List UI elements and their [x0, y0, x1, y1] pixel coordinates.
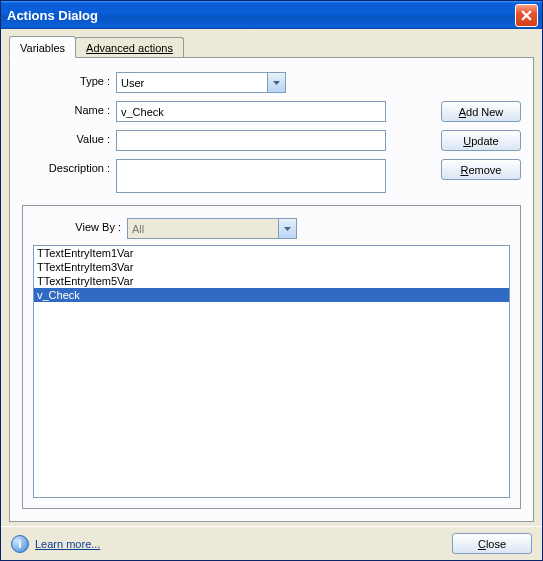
- remove-button[interactable]: Remove: [441, 159, 521, 180]
- type-select-value: User: [117, 77, 267, 89]
- tab-advanced-actions[interactable]: Advanced actions: [75, 37, 184, 57]
- list-item[interactable]: v_Check: [34, 288, 509, 302]
- info-icon: i: [11, 535, 29, 553]
- tab-advanced-label: Advanced actions: [86, 42, 173, 54]
- variable-list-panel: View By : All TTextEntryItem1VarTTextEnt…: [22, 205, 521, 509]
- viewby-value: All: [128, 223, 278, 235]
- tab-variables-label: Variables: [20, 42, 65, 54]
- list-item[interactable]: TTextEntryItem3Var: [34, 260, 509, 274]
- viewby-select[interactable]: All: [127, 218, 297, 239]
- close-icon[interactable]: [515, 4, 538, 27]
- learn-more-link[interactable]: Learn more...: [35, 538, 100, 550]
- row-viewby: View By : All: [33, 218, 510, 239]
- title-bar: Actions Dialog: [1, 1, 542, 29]
- viewby-label: View By :: [33, 218, 127, 233]
- list-item[interactable]: TTextEntryItem1Var: [34, 246, 509, 260]
- close-button[interactable]: Close: [452, 533, 532, 554]
- value-input[interactable]: [116, 130, 386, 151]
- chevron-down-icon: [278, 219, 296, 238]
- name-input[interactable]: [116, 101, 386, 122]
- client-area: Variables Advanced actions Type : User: [1, 29, 542, 526]
- tab-variables[interactable]: Variables: [9, 36, 76, 58]
- variable-listbox[interactable]: TTextEntryItem1VarTTextEntryItem3VarTTex…: [33, 245, 510, 498]
- value-label: Value :: [22, 130, 116, 145]
- type-label: Type :: [22, 72, 116, 87]
- type-select[interactable]: User: [116, 72, 286, 93]
- row-name: Name : Add New: [22, 101, 521, 122]
- variables-panel: Type : User Name : Add New: [9, 57, 534, 522]
- add-new-button[interactable]: Add New: [441, 101, 521, 122]
- description-input[interactable]: [116, 159, 386, 193]
- row-value: Value : Update: [22, 130, 521, 151]
- tab-strip: Variables Advanced actions: [9, 35, 534, 57]
- row-description: Description : Remove: [22, 159, 521, 193]
- dialog-footer: i Learn more... Close: [1, 526, 542, 560]
- update-button[interactable]: Update: [441, 130, 521, 151]
- chevron-down-icon: [267, 73, 285, 92]
- row-type: Type : User: [22, 72, 521, 93]
- name-label: Name :: [22, 101, 116, 116]
- actions-dialog-window: Actions Dialog Variables Advanced action…: [0, 0, 543, 561]
- list-item[interactable]: TTextEntryItem5Var: [34, 274, 509, 288]
- window-title: Actions Dialog: [7, 8, 515, 23]
- description-label: Description :: [22, 159, 116, 174]
